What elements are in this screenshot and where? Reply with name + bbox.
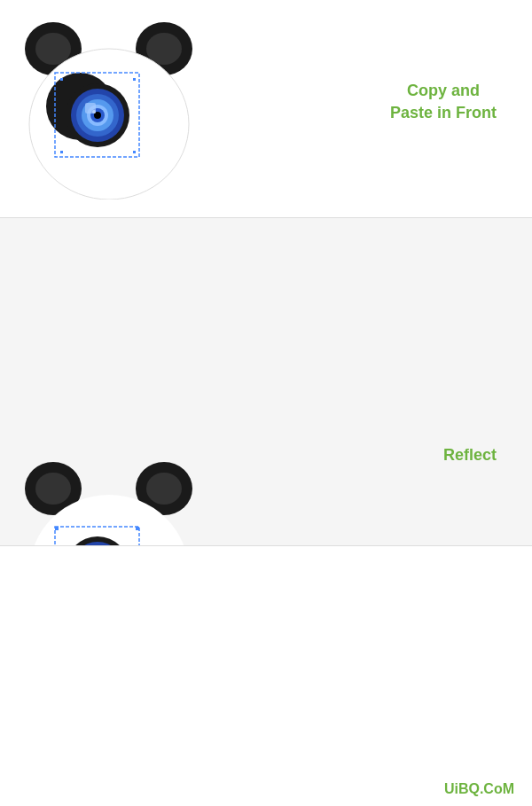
svg-rect-20 (85, 103, 96, 113)
panda-illustration-1 (18, 9, 204, 200)
svg-rect-28 (136, 527, 139, 530)
section2: Reflect Reflect Axis Horizontal (0, 217, 532, 545)
section1-label: Copy and Paste in Front (390, 80, 497, 124)
svg-rect-27 (55, 527, 59, 530)
svg-point-23 (35, 473, 71, 505)
svg-rect-9 (133, 78, 136, 81)
svg-point-24 (146, 473, 182, 505)
section2-label: Reflect (443, 444, 497, 466)
svg-rect-11 (133, 151, 136, 153)
section1: Copy and Paste in Front (0, 0, 532, 217)
svg-point-2 (35, 33, 71, 65)
svg-rect-8 (60, 78, 63, 81)
svg-rect-10 (60, 151, 63, 153)
watermark: UiBQ.CoM (444, 781, 514, 797)
section3: Move (0, 545, 532, 806)
